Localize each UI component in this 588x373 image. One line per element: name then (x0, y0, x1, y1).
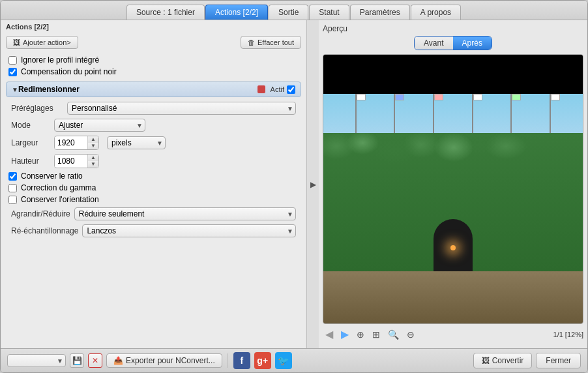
tab-actions[interactable]: Actions [2/2] (205, 5, 268, 20)
save-icon: 💾 (72, 356, 82, 365)
height-label: Hauteur (11, 157, 50, 166)
convert-button[interactable]: 🖼 Convertir (473, 353, 533, 368)
height-input[interactable] (55, 155, 87, 167)
before-after-toggle: Avant Après (414, 36, 492, 50)
tab-sortie[interactable]: Sortie (269, 5, 308, 20)
resize-label: Agrandir/Réduire (11, 209, 70, 218)
resize-row: Agrandir/Réduire Réduire seulement ▼ (6, 205, 301, 222)
active-label: Actif (271, 85, 284, 93)
flag-pole-2 (394, 94, 395, 133)
width-stepper: ▲ ▼ (87, 136, 98, 149)
black-point-row: Compensation du point noir (6, 66, 301, 78)
active-checkbox[interactable] (287, 85, 295, 94)
black-point-checkbox[interactable] (8, 68, 17, 76)
preglages-select[interactable]: Personnalisé (67, 102, 296, 115)
format-select-wrapper: ▼ (7, 354, 66, 367)
section-title: Redimensionner (18, 85, 257, 94)
divider-arrow-icon: ▶ (310, 180, 316, 189)
facebook-button[interactable]: f (233, 352, 250, 369)
width-input-wrapper: ▲ ▼ (54, 136, 99, 150)
ignore-profile-checkbox[interactable] (8, 56, 17, 65)
twitter-icon: 🐦 (278, 355, 289, 366)
section-active-row: Actif (271, 85, 295, 94)
twitter-button[interactable]: 🐦 (275, 352, 292, 369)
resample-select[interactable]: Lanczos (82, 224, 296, 237)
preview-image (323, 55, 583, 323)
save-button[interactable]: 💾 (70, 353, 84, 368)
gamma-checkbox[interactable] (8, 184, 17, 192)
ignore-profile-label: Ignorer le profil intégré (21, 55, 99, 65)
delete-button[interactable]: ✕ (88, 353, 102, 368)
panel-divider[interactable]: ▶ (307, 20, 319, 348)
unit-select[interactable]: pixels (107, 136, 166, 149)
orientation-checkbox[interactable] (8, 196, 17, 204)
prev-page-button[interactable]: ◀ (323, 327, 336, 342)
width-down-button[interactable]: ▼ (88, 143, 98, 149)
flag-pole-5 (510, 94, 512, 133)
zoom-real-button[interactable]: 🔍 (385, 328, 402, 341)
export-label: Exporter pour NConvert... (126, 356, 215, 365)
resize-select-wrapper: Réduire seulement ▼ (74, 207, 296, 220)
width-up-button[interactable]: ▲ (88, 136, 98, 143)
tab-source[interactable]: Source : 1 fichier (126, 5, 205, 20)
main-content: Actions [2/2] 🖼 Ajouter action> 🗑 Efface… (1, 20, 587, 348)
tab-bar: Source : 1 fichier Actions [2/2] Sortie … (1, 1, 587, 20)
black-bar (323, 55, 583, 94)
flag-pole-6 (550, 94, 551, 133)
left-panel: Actions [2/2] 🖼 Ajouter action> 🗑 Efface… (1, 20, 307, 348)
clear-icon: 🗑 (248, 38, 255, 46)
mode-row: Mode Ajuster ▼ (6, 117, 301, 134)
unit-select-wrapper: pixels ▼ (107, 136, 166, 149)
tunnel-light (450, 245, 456, 250)
preglages-label: Préréglages (11, 104, 63, 113)
tab-statut[interactable]: Statut (309, 5, 349, 20)
flag-pole-3 (433, 94, 434, 133)
resize-select[interactable]: Réduire seulement (74, 207, 296, 220)
preglages-select-wrapper: Personnalisé ▼ (67, 102, 296, 115)
next-page-button[interactable]: ▶ (338, 327, 351, 342)
right-panel: Aperçu Avant Après (319, 20, 587, 348)
width-row: Largeur ▲ ▼ pixels ▼ (6, 134, 301, 152)
app-window: Source : 1 fichier Actions [2/2] Sortie … (0, 0, 588, 373)
ratio-row: Conserver le ratio (6, 170, 301, 182)
convert-icon: 🖼 (482, 356, 490, 365)
ignore-profile-row: Ignorer le profil intégré (6, 54, 301, 66)
width-label: Largeur (11, 138, 50, 147)
height-row: Hauteur ▲ ▼ (6, 152, 301, 170)
before-button[interactable]: Avant (415, 37, 452, 50)
resample-select-wrapper: Lanczos ▼ (82, 224, 296, 237)
tab-parametres[interactable]: Paramètres (350, 5, 410, 20)
bottom-bar: ▼ 💾 ✕ 📤 Exporter pour NConvert... f g+ 🐦… (1, 348, 587, 372)
tab-apropos[interactable]: A propos (411, 5, 461, 20)
add-action-button[interactable]: 🖼 Ajouter action> (6, 36, 78, 49)
zoom-fit-button[interactable]: ⊞ (370, 328, 383, 341)
section-header[interactable]: ▼ Redimensionner Actif (6, 82, 301, 97)
width-input[interactable] (55, 137, 87, 149)
close-label: Fermer (546, 356, 571, 365)
clear-label: Effacer tout (257, 38, 294, 46)
delete-section-icon[interactable] (257, 85, 265, 93)
export-button[interactable]: 📤 Exporter pour NConvert... (106, 353, 222, 368)
facebook-icon: f (240, 355, 243, 366)
zoom-out-button[interactable]: ⊖ (404, 328, 417, 341)
format-select[interactable] (7, 354, 66, 367)
preview-title: Aperçu (323, 24, 583, 33)
height-input-wrapper: ▲ ▼ (54, 154, 99, 168)
flag-pole-4 (472, 94, 473, 133)
height-up-button[interactable]: ▲ (88, 155, 98, 161)
ratio-checkbox[interactable] (8, 172, 17, 181)
zoom-in-button[interactable]: ⊕ (354, 328, 367, 341)
toolbar-row: 🖼 Ajouter action> 🗑 Effacer tout (1, 33, 306, 52)
resample-label: Ré-échantillonnage (11, 226, 78, 235)
export-icon: 📤 (113, 356, 123, 365)
actions-area: Ignorer le profil intégré Compensation d… (1, 52, 306, 348)
mode-select[interactable]: Ajuster (54, 119, 145, 132)
after-button[interactable]: Après (453, 37, 492, 50)
mode-label: Mode (11, 121, 50, 130)
close-button[interactable]: Fermer (536, 353, 581, 368)
google-button[interactable]: g+ (254, 352, 271, 369)
height-down-button[interactable]: ▼ (88, 161, 98, 168)
clear-all-button[interactable]: 🗑 Effacer tout (241, 36, 301, 49)
collapse-arrow-icon: ▼ (12, 86, 18, 93)
convert-label: Convertir (492, 356, 524, 365)
